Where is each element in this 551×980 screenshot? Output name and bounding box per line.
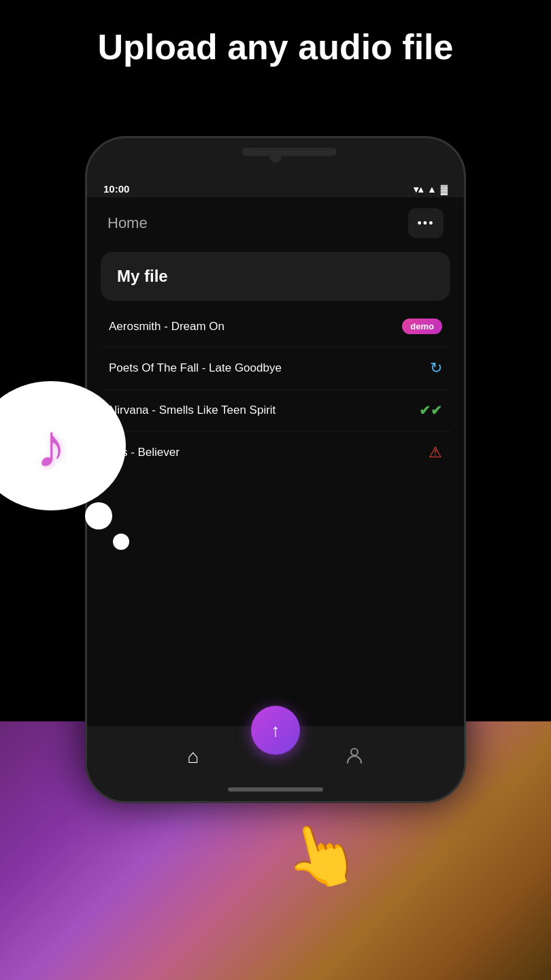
upload-fab-button[interactable]: ↑ <box>251 706 300 755</box>
status-time: 10:00 <box>103 183 129 195</box>
upload-icon: ↑ <box>271 720 280 741</box>
check-icon: ✔✔ <box>419 402 442 419</box>
thought-bubble: ♪ <box>0 381 126 510</box>
status-icons: ▾▴ ▲ ▓ <box>414 184 448 195</box>
nav-home-icon[interactable]: ⌂ <box>187 746 199 768</box>
my-file-section: My file <box>101 252 450 301</box>
list-item[interactable]: ons - Believer ⚠ <box>101 431 450 474</box>
app-content: Home ••• My file Aerosmith - Dream On de… <box>87 197 464 769</box>
three-dots-icon: ••• <box>418 216 435 231</box>
status-bar: 10:00 ▾▴ ▲ ▓ <box>87 179 464 197</box>
phone-top-bar <box>87 138 464 179</box>
song-name: Nirvana - Smells Like Teen Spirit <box>109 404 419 417</box>
music-note-icon: ♪ <box>36 411 67 481</box>
song-name: Aerosmith - Dream On <box>109 320 402 333</box>
demo-badge: demo <box>402 318 442 334</box>
thought-bubble-circle-2 <box>113 534 129 550</box>
menu-button[interactable]: ••• <box>408 208 444 238</box>
signal-icon: ▲ <box>427 184 437 195</box>
app-header: Home ••• <box>101 197 450 252</box>
app-title: Home <box>107 214 148 232</box>
warning-icon: ⚠ <box>429 444 442 461</box>
phone-body: 10:00 ▾▴ ▲ ▓ Home ••• My file <box>85 136 466 803</box>
svg-point-0 <box>351 749 358 755</box>
battery-icon: ▓ <box>441 184 448 195</box>
my-file-label: My file <box>117 267 168 285</box>
page-heading: Upload any audio file <box>0 27 551 68</box>
phone-mockup: ♪ 10:00 ▾▴ ▲ ▓ Home ••• <box>85 136 466 817</box>
phone-pill-notch <box>241 148 337 156</box>
nav-profile-icon[interactable] <box>345 745 364 769</box>
thought-bubble-circle-1 <box>85 502 112 529</box>
list-item[interactable]: Poets Of The Fall - Late Goodbye ↻ <box>101 347 450 390</box>
thought-bubble-main: ♪ <box>0 381 126 510</box>
song-name: ons - Believer <box>109 446 429 459</box>
sync-icon: ↻ <box>430 359 442 377</box>
song-name: Poets Of The Fall - Late Goodbye <box>109 361 430 375</box>
phone-home-bar <box>228 787 323 791</box>
wifi-icon: ▾▴ <box>414 184 423 195</box>
song-list: Aerosmith - Dream On demo Poets Of The F… <box>101 306 450 474</box>
list-item[interactable]: Aerosmith - Dream On demo <box>101 306 450 347</box>
list-item[interactable]: Nirvana - Smells Like Teen Spirit ✔✔ <box>101 390 450 431</box>
